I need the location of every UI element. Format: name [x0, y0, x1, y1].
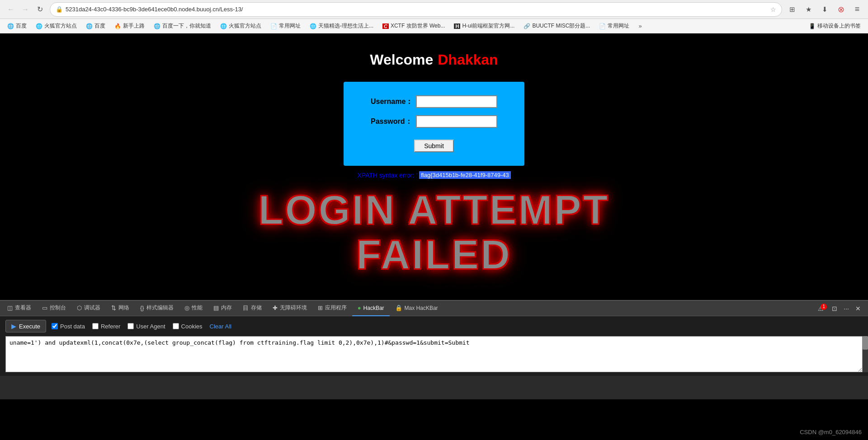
tab-memory[interactable]: ▤ 内存 — [208, 301, 237, 316]
mobile-icon: 📱 — [809, 23, 816, 29]
tab-network[interactable]: ⇅ 网络 — [106, 301, 135, 316]
execute-button[interactable]: ▶ Execute — [5, 320, 46, 332]
hackbar-icon: ● — [358, 304, 361, 311]
forward-button[interactable]: → — [19, 3, 32, 16]
login-failed-line2: FAILED — [259, 233, 610, 277]
tab-style-editor[interactable]: {} 样式编辑器 — [135, 301, 179, 316]
xpath-error-label: XPATH syntax error: ' — [357, 172, 417, 179]
bookmark-xctf[interactable]: C XCTF 攻防世界 Web... — [379, 21, 448, 31]
bookmark-common1[interactable]: 📄 常用网址 — [267, 21, 304, 31]
reload-button[interactable]: ↻ — [33, 3, 46, 16]
bookmark-baidu-2[interactable]: 🌐 百度 — [82, 21, 109, 31]
tab-storage[interactable]: 目 存储 — [237, 301, 267, 316]
user-agent-checkbox[interactable]: User Agent — [127, 323, 165, 330]
tab-application[interactable]: ⊞ 应用程序 — [312, 301, 352, 316]
devtools-right-actions: ⚠ 1 ⊡ ··· ✕ — [814, 303, 866, 314]
dhakkan-text: Dhakkan — [438, 51, 498, 68]
star-icon[interactable]: ☆ — [770, 6, 776, 13]
bookmark-icon: 📄 — [270, 23, 277, 29]
bookmark-icon: 🔗 — [524, 23, 530, 29]
login-box: Username： Password： Submit — [344, 82, 524, 166]
max-hackbar-label: Max HacKBar — [405, 305, 438, 311]
bookmark-more-button[interactable]: » — [636, 22, 644, 30]
tab-inspector[interactable]: ◫ 查看器 — [2, 301, 37, 316]
profile-button[interactable]: ⊗ — [835, 3, 847, 16]
bookmark-label: 新手上路 — [123, 22, 145, 30]
devtools-panel: ◫ 查看器 ▭ 控制台 ⬡ 调试器 ⇅ 网络 {} 样式编辑器 ◎ 性能 ▤ 内… — [0, 300, 868, 399]
welcome-text: Welcome — [370, 51, 433, 68]
password-row: Password： — [371, 115, 497, 128]
dock-button[interactable]: ⊡ — [830, 303, 839, 314]
nav-buttons: ← → ↻ — [5, 3, 46, 16]
save-button[interactable]: ⬇ — [818, 3, 831, 16]
address-bar[interactable]: 🔒 ☆ — [50, 2, 782, 17]
close-devtools-button[interactable]: ✕ — [854, 303, 863, 314]
bookmark-baidu-1[interactable]: 🌐 百度 — [4, 21, 30, 31]
tab-console[interactable]: ▭ 控制台 — [37, 301, 71, 316]
tab-max-hackbar[interactable]: 🔒 Max HacKBar — [390, 301, 443, 316]
browser-actions: ⊞ ★ ⬇ ⊗ ≡ — [786, 3, 863, 16]
console-icon: ▭ — [42, 304, 47, 311]
tab-accessibility[interactable]: ✚ 无障碍环境 — [267, 301, 312, 316]
bookmark-common2[interactable]: 📄 常用网址 — [595, 21, 633, 31]
bookmark-firefox[interactable]: 🌐 火狐官方站点 — [32, 21, 80, 31]
play-icon: ▶ — [11, 323, 16, 330]
accessibility-icon: ✚ — [273, 304, 278, 311]
bookmark-icon: 🌐 — [36, 23, 42, 29]
submit-button[interactable]: Submit — [414, 140, 454, 152]
user-agent-input[interactable] — [127, 323, 134, 329]
bookmark-tianmao[interactable]: 🌐 天猫精选-理想生活上... — [306, 21, 377, 31]
bookmark-icon: 🌐 — [7, 23, 14, 29]
more-tools-button[interactable]: ··· — [842, 303, 851, 314]
username-input[interactable] — [416, 95, 497, 108]
checkbox-group: Post data Referer User Agent Cookies Cle… — [52, 323, 231, 330]
performance-icon: ◎ — [184, 304, 189, 311]
cookies-checkbox[interactable]: Cookies — [173, 323, 203, 330]
url-input[interactable] — [66, 6, 768, 13]
bookmark-icon: 🔥 — [114, 23, 121, 29]
bookmark-buuctf[interactable]: 🔗 BUUCTF MISC部分题... — [520, 21, 594, 31]
referer-input[interactable] — [92, 323, 99, 329]
back-button[interactable]: ← — [5, 3, 17, 16]
bookmark-firefox2[interactable]: 🌐 火狐官方站点 — [217, 21, 265, 31]
bookmark-button[interactable]: ★ — [802, 3, 815, 16]
post-data-checkbox[interactable]: Post data — [52, 323, 85, 330]
max-hackbar-icon: 🔒 — [395, 304, 402, 311]
referer-checkbox[interactable]: Referer — [92, 323, 120, 330]
tab-hackbar[interactable]: ● HackBar — [352, 301, 390, 316]
clear-all-button[interactable]: Clear All — [210, 323, 231, 330]
accessibility-label: 无障碍环境 — [280, 304, 307, 312]
bookmark-label: 百度 — [16, 22, 27, 30]
password-input[interactable] — [416, 115, 497, 128]
memory-label: 内存 — [221, 304, 232, 312]
menu-button[interactable]: ≡ — [851, 3, 863, 16]
error-badge-button[interactable]: ⚠ 1 — [814, 303, 827, 314]
post-data-label: Post data — [60, 323, 85, 330]
bookmark-baiduonce[interactable]: 🌐 百度一下，你就知道 — [150, 21, 215, 31]
bookmark-label: 火狐官方站点 — [229, 22, 261, 30]
username-label: Username： — [371, 97, 411, 107]
cookies-input[interactable] — [173, 323, 179, 329]
extensions-button[interactable]: ⊞ — [786, 3, 798, 16]
bookmark-hui[interactable]: H H-ui前端框架官方网... — [450, 21, 518, 31]
network-label: 网络 — [118, 304, 129, 312]
hackbar-textarea[interactable]: uname=1') and updatexml(1,concat(0x7e,(s… — [5, 336, 863, 372]
execute-label: Execute — [19, 323, 40, 330]
xpath-error: XPATH syntax error: ' flag{3d415b1b-fe28… — [357, 171, 510, 179]
memory-icon: ▤ — [213, 304, 219, 311]
xpath-error-value: flag{3d415b1b-fe28-41f9-8749-43 — [419, 171, 510, 179]
post-data-input[interactable] — [52, 323, 58, 329]
mobile-bookmarks[interactable]: 📱 移动设备上的书签 — [805, 21, 864, 31]
bookmark-newbie[interactable]: 🔥 新手上路 — [111, 21, 148, 31]
inspector-label: 查看器 — [15, 304, 31, 312]
tab-debugger[interactable]: ⬡ 调试器 — [71, 301, 106, 316]
bookmark-icon: 🌐 — [154, 23, 160, 29]
bookmark-label: 天猫精选-理想生活上... — [318, 22, 373, 30]
browser-chrome: ← → ↻ 🔒 ☆ ⊞ ★ ⬇ ⊗ ≡ 🌐 百度 🌐 火狐官方站点 🌐 百度 — [0, 0, 868, 33]
login-failed-line1: LOGIN ATTEMPT — [259, 188, 610, 233]
bookmark-icon: 🌐 — [220, 23, 227, 29]
tab-performance[interactable]: ◎ 性能 — [179, 301, 208, 316]
username-row: Username： — [371, 95, 497, 108]
hackbar-label: HackBar — [363, 305, 384, 311]
debugger-label: 调试器 — [84, 304, 100, 312]
